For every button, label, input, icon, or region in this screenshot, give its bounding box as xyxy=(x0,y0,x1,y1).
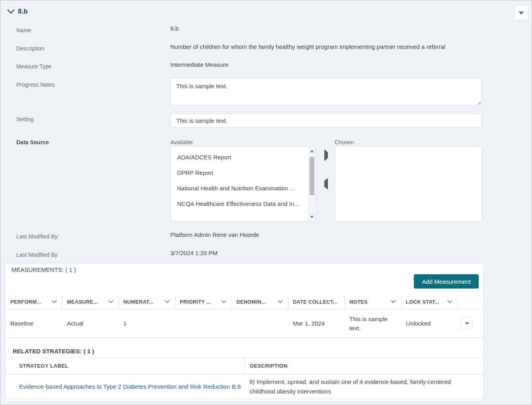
scroll-down-icon[interactable] xyxy=(309,214,315,220)
chevron-down-icon[interactable] xyxy=(447,300,452,303)
column-header-numerator[interactable]: NUMERAT... xyxy=(119,295,175,309)
list-item[interactable]: NCQA Healthcare Effectiveness Data and I… xyxy=(171,196,316,211)
measurements-table-header: PERFORM... MEASURE... NUMERAT... PRIORIT… xyxy=(6,295,483,309)
list-item[interactable]: National Health and Nutrition Examinatio… xyxy=(171,180,316,196)
triangle-right-icon xyxy=(324,149,328,161)
column-header-performance[interactable]: PERFORM... xyxy=(6,295,62,309)
list-item[interactable]: DPRP Report xyxy=(171,165,316,180)
name-value: 8.b xyxy=(170,25,179,32)
cell-numerator: 1 xyxy=(119,309,175,337)
chevron-down-icon[interactable] xyxy=(391,300,396,303)
last-modified-by-label: Last Modified By: xyxy=(16,233,59,240)
measurements-section-title: MEASUREMENTS: ( 1 ) xyxy=(12,266,76,273)
chevron-down-icon[interactable] xyxy=(108,300,113,303)
column-header-notes[interactable]: NOTES xyxy=(345,295,401,309)
last-modified-by-value: Platform Admin Rene van Hoorde xyxy=(170,231,259,238)
cell-lock-status: Unlocked xyxy=(401,309,458,337)
column-header-denominator[interactable]: DENOMIN... xyxy=(232,295,288,309)
measure-type-label: Measure Type xyxy=(16,63,51,70)
triangle-down-icon xyxy=(518,12,524,15)
cell-priority xyxy=(175,309,232,337)
related-strategies-table-header: STRATEGY LABEL DESCRIPTION xyxy=(6,357,483,374)
cell-actions xyxy=(458,309,483,337)
listbox-scrollbar[interactable] xyxy=(308,147,315,221)
add-measurement-button[interactable]: Add Measurement xyxy=(414,274,479,289)
cell-notes: This is sample text. xyxy=(345,309,401,337)
triangle-down-icon xyxy=(465,322,469,325)
column-header-date-collected[interactable]: DATE COLLECT... xyxy=(288,295,345,309)
list-item[interactable]: ADA/ADCES Report xyxy=(171,149,316,165)
column-header-actions xyxy=(458,295,483,309)
move-to-available-button[interactable] xyxy=(323,179,329,188)
strategy-link[interactable]: Evidence-based Approaches to Type 2 Diab… xyxy=(19,383,241,390)
strategy-description: 8) Implement, spread, and sustain one of… xyxy=(245,374,483,399)
setting-input[interactable] xyxy=(170,114,481,128)
last-modified-date-label: Last Modified By xyxy=(16,252,58,258)
column-header-description: DESCRIPTION xyxy=(245,358,483,374)
available-label: Available xyxy=(170,139,193,145)
table-row: Evidence-based Approaches to Type 2 Diab… xyxy=(6,374,483,399)
chevron-down-icon[interactable] xyxy=(221,300,226,303)
setting-label: Setting xyxy=(16,116,34,122)
cell-denominator xyxy=(232,309,288,337)
chosen-label: Chosen xyxy=(335,139,354,145)
column-header-lock-status[interactable]: LOCK STAT... xyxy=(401,295,458,309)
cell-performance: Baseline xyxy=(6,309,62,337)
column-header-measure[interactable]: MEASURE... xyxy=(62,295,119,309)
panel-menu-button[interactable] xyxy=(514,6,528,20)
description-value: Number of children for whom the family h… xyxy=(170,43,473,50)
chevron-down-icon[interactable] xyxy=(278,300,283,303)
cell-measure: Actual xyxy=(62,309,119,337)
related-strategies-section-title: RELATED STRATEGIES: ( 1 ) xyxy=(13,348,94,355)
cell-date-collected: Mar 1, 2024 xyxy=(288,309,345,337)
progress-notes-label: Progress Notes xyxy=(16,81,55,88)
chevron-down-icon[interactable] xyxy=(165,300,170,303)
last-modified-date-value: 3/7/2024 1:20 PM xyxy=(170,250,217,256)
chevron-down-icon[interactable] xyxy=(52,300,57,303)
row-menu-button[interactable] xyxy=(461,317,473,329)
move-to-chosen-button[interactable] xyxy=(323,151,329,160)
data-source-label: Data Source xyxy=(16,139,49,145)
collapse-chevron-icon[interactable] xyxy=(7,9,15,16)
triangle-left-icon xyxy=(324,178,328,190)
scrollbar-thumb[interactable] xyxy=(310,157,314,195)
name-label: Name xyxy=(16,27,31,33)
description-label: Description xyxy=(16,45,44,52)
scroll-up-icon[interactable] xyxy=(309,148,315,154)
progress-notes-textarea[interactable]: This is sample text. xyxy=(170,78,481,105)
page-title: 8.b xyxy=(18,8,28,16)
measure-detail-page: 8.b Name Description Measure Type Progre… xyxy=(0,0,532,405)
column-header-strategy-label: STRATEGY LABEL xyxy=(6,358,245,374)
chosen-listbox[interactable] xyxy=(335,146,482,222)
table-row: Baseline Actual 1 Mar 1, 2024 This is sa… xyxy=(6,309,483,338)
available-listbox[interactable]: ADA/ADCES Report DPRP Report National He… xyxy=(170,146,316,222)
measure-type-value: Intermediate Measure xyxy=(170,61,228,68)
column-header-priority[interactable]: PRIORITY ... xyxy=(175,295,232,309)
measurements-panel: MEASUREMENTS: ( 1 ) Add Measurement PERF… xyxy=(6,264,483,401)
